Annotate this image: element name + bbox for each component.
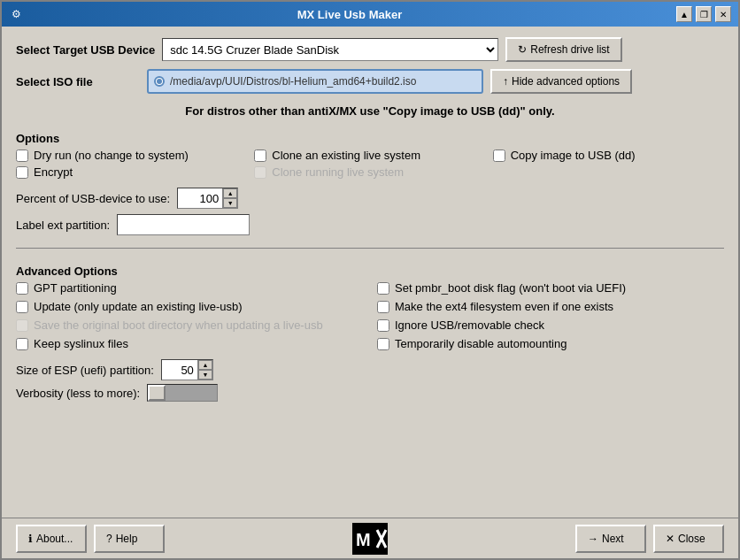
- dry-run-row: Dry run (no change to system): [16, 149, 247, 162]
- update-label[interactable]: Update (only update an existing live-usb…: [34, 300, 243, 313]
- clone-running-label: Clone running live system: [272, 165, 404, 179]
- about-button[interactable]: ℹ About...: [16, 525, 87, 553]
- restore-button[interactable]: ❐: [696, 6, 712, 22]
- advanced-left: GPT partitioning Update (only update an …: [16, 281, 363, 356]
- gpt-checkbox[interactable]: [16, 282, 28, 295]
- set-pmbr-checkbox[interactable]: [377, 282, 389, 295]
- make-ext4-checkbox[interactable]: [377, 301, 389, 313]
- main-content: Select Target USB Device sdc 14.5G Cruze…: [2, 27, 738, 518]
- app-icon: ⚙: [9, 7, 23, 21]
- gpt-label[interactable]: GPT partitioning: [34, 281, 117, 295]
- percent-spinbox-buttons: ▲ ▼: [222, 188, 237, 208]
- save-boot-checkbox: [16, 319, 28, 332]
- esp-down-button[interactable]: ▼: [198, 370, 212, 380]
- keep-syslinux-checkbox[interactable]: [16, 338, 28, 350]
- slider-container: [147, 384, 218, 402]
- footer-center: M: [352, 523, 388, 555]
- refresh-drive-label: Refresh drive list: [530, 43, 609, 56]
- footer-left: ℹ About... ? Help: [16, 525, 165, 553]
- label-ext-input[interactable]: [117, 214, 250, 235]
- keep-syslinux-row: Keep syslinux files: [16, 337, 363, 350]
- close-button[interactable]: ✕ Close: [653, 525, 724, 553]
- footer: ℹ About... ? Help M → Next: [2, 518, 738, 558]
- slider-thumb: [148, 385, 166, 401]
- hide-advanced-label: Hide advanced options: [512, 75, 620, 88]
- iso-file-row: Select ISO file /media/avp/UUI/Distros/b…: [16, 69, 724, 94]
- info-icon: ℹ: [28, 533, 33, 545]
- update-checkbox[interactable]: [16, 301, 28, 313]
- title-controls: ▲ ❐ ✕: [676, 6, 731, 22]
- save-boot-row: Save the original boot directory when up…: [16, 318, 363, 332]
- percent-input[interactable]: [178, 188, 222, 208]
- copy-image-dd-checkbox[interactable]: [493, 150, 505, 162]
- temp-disable-checkbox[interactable]: [377, 338, 389, 350]
- clone-existing-row: Clone an existing live system: [254, 149, 485, 162]
- close-label: Close: [678, 533, 705, 545]
- hide-advanced-button[interactable]: ↑ Hide advanced options: [490, 69, 632, 94]
- percent-up-button[interactable]: ▲: [223, 188, 237, 198]
- label-ext-label: Label ext partition:: [16, 219, 110, 232]
- copy-image-dd-label[interactable]: Copy image to USB (dd): [511, 149, 636, 162]
- gpt-row: GPT partitioning: [16, 281, 363, 295]
- copy-image-row: Copy image to USB (dd): [493, 149, 724, 162]
- x-icon: ✕: [666, 533, 674, 545]
- ignore-usb-checkbox[interactable]: [377, 319, 389, 332]
- keep-syslinux-label[interactable]: Keep syslinux files: [34, 337, 128, 350]
- svg-text:M: M: [356, 530, 370, 549]
- dry-run-label[interactable]: Dry run (no change to system): [34, 149, 189, 162]
- esp-spinbox[interactable]: ▲ ▼: [161, 359, 213, 380]
- radio-dot-inner: [157, 79, 162, 84]
- iso-radio-button: [154, 76, 165, 87]
- options-section-label: Options: [16, 132, 724, 145]
- advanced-options-grid: GPT partitioning Update (only update an …: [16, 281, 724, 356]
- iso-file-selector[interactable]: /media/avp/UUI/Distros/bl-Helium_amd64+b…: [147, 69, 483, 94]
- close-window-button[interactable]: ✕: [715, 6, 731, 22]
- info-text: For distros other than antiX/MX use "Cop…: [16, 101, 724, 121]
- esp-up-button[interactable]: ▲: [198, 360, 212, 370]
- ignore-usb-label[interactable]: Ignore USB/removable check: [395, 318, 544, 332]
- next-button[interactable]: → Next: [575, 525, 646, 553]
- verbosity-row: Verbosity (less to more):: [16, 384, 724, 402]
- temp-disable-row: Temporarily disable automounting: [377, 337, 724, 350]
- clone-running-row: Clone running live system: [254, 165, 485, 179]
- set-pmbr-label[interactable]: Set pmbr_boot disk flag (won't boot via …: [395, 281, 626, 295]
- next-label: Next: [602, 533, 624, 545]
- advanced-section-label: Advanced Options: [16, 265, 724, 278]
- main-window: ⚙ MX Live Usb Maker ▲ ❐ ✕ Select Target …: [0, 0, 740, 560]
- iso-path-text: /media/avp/UUI/Distros/bl-Helium_amd64+b…: [170, 75, 416, 88]
- label-ext-row: Label ext partition:: [16, 214, 724, 235]
- verbosity-slider[interactable]: [147, 384, 218, 402]
- make-ext4-label[interactable]: Make the ext4 filesystem even if one exi…: [395, 300, 613, 313]
- encrypt-checkbox[interactable]: [16, 166, 28, 179]
- title-bar: ⚙ MX Live Usb Maker ▲ ❐ ✕: [2, 2, 738, 27]
- usb-device-label: Select Target USB Device: [16, 43, 155, 57]
- help-label: Help: [116, 533, 138, 545]
- refresh-drive-button[interactable]: ↻ Refresh drive list: [505, 37, 621, 62]
- esp-spinbox-buttons: ▲ ▼: [197, 360, 212, 380]
- make-ext4-row: Make the ext4 filesystem even if one exi…: [377, 300, 724, 313]
- arrow-up-icon: ↑: [503, 75, 508, 88]
- about-label: About...: [36, 533, 73, 545]
- options-section: Options Dry run (no change to system) Cl…: [16, 128, 724, 235]
- separator: [16, 248, 724, 249]
- update-row: Update (only update an existing live-usb…: [16, 300, 363, 313]
- save-boot-label: Save the original boot directory when up…: [34, 318, 323, 332]
- percent-down-button[interactable]: ▼: [223, 198, 237, 208]
- minimize-button[interactable]: ▲: [676, 6, 692, 22]
- encrypt-row: Encrypt: [16, 165, 247, 179]
- clone-existing-checkbox[interactable]: [254, 150, 266, 162]
- percent-row: Percent of USB-device to use: ▲ ▼: [16, 188, 724, 209]
- percent-spinbox[interactable]: ▲ ▼: [177, 188, 238, 209]
- temp-disable-label[interactable]: Temporarily disable automounting: [395, 337, 567, 350]
- dry-run-checkbox[interactable]: [16, 150, 28, 162]
- options-grid: Dry run (no change to system) Clone an e…: [16, 149, 724, 179]
- clone-existing-label[interactable]: Clone an existing live system: [272, 149, 420, 162]
- usb-device-row: Select Target USB Device sdc 14.5G Cruze…: [16, 37, 724, 62]
- encrypt-label[interactable]: Encrypt: [34, 165, 73, 179]
- percent-label: Percent of USB-device to use:: [16, 192, 170, 205]
- usb-device-select[interactable]: sdc 14.5G Cruzer Blade SanDisk: [162, 38, 498, 61]
- esp-label: Size of ESP (uefi) partition:: [16, 364, 154, 377]
- help-button[interactable]: ? Help: [94, 525, 165, 553]
- esp-input[interactable]: [162, 360, 197, 380]
- footer-right: → Next ✕ Close: [575, 525, 724, 553]
